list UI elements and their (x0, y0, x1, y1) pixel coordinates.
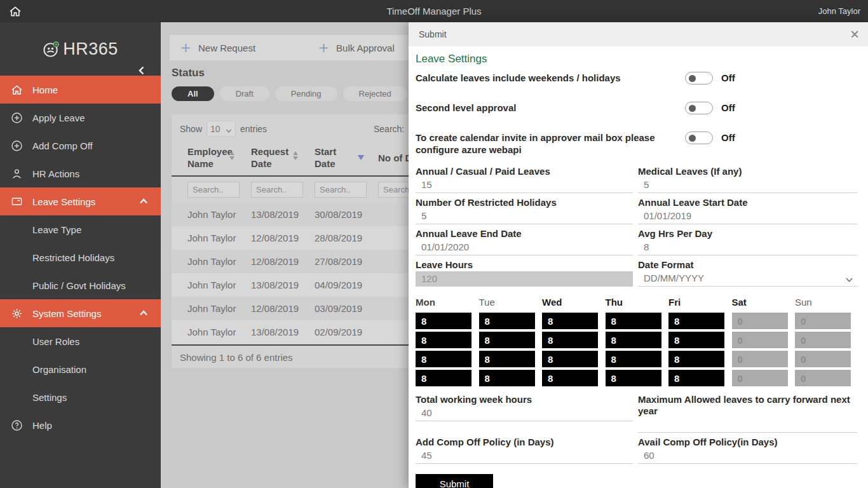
sidebar-item-organisation[interactable]: Organisation (0, 355, 161, 383)
sidebar-item-apply-leave[interactable]: Apply Leave (0, 104, 161, 132)
column-request-date[interactable]: Request Date (251, 140, 315, 175)
sidebar-item-settings[interactable]: Settings (0, 383, 161, 411)
start-date-search-input[interactable] (315, 182, 367, 198)
cell-start-date: 03/09/2019 (315, 303, 378, 314)
leave-end-date-input[interactable] (416, 240, 633, 255)
submit-button[interactable]: Submit (416, 474, 493, 488)
week-hours-input[interactable] (668, 332, 724, 348)
weekends-toggle[interactable] (685, 72, 713, 85)
week-hours-input[interactable] (416, 332, 471, 348)
field-leave-end-date: Annual Leave End Date (416, 228, 633, 255)
week-hours-input[interactable] (542, 351, 598, 367)
weekend-hours-input (732, 313, 788, 329)
toggle-label: Second level approval (416, 102, 685, 114)
week-hours-input[interactable] (416, 313, 471, 329)
total-week-hours-input[interactable] (416, 406, 633, 421)
filter-rejected[interactable]: Rejected (343, 86, 407, 101)
column-label: Request Date (251, 146, 295, 170)
weekend-hours-input (732, 332, 788, 348)
week-hours-input[interactable] (668, 351, 724, 367)
restricted-holidays-input[interactable] (416, 209, 633, 224)
home-icon (11, 84, 23, 96)
weekday-headers: Mon Tue Wed Thu Fri Sat Sun (416, 297, 857, 308)
employee-name-search-input[interactable] (187, 182, 240, 198)
home-icon[interactable] (9, 5, 22, 18)
field-label: Annual Leave Start Date (638, 197, 857, 208)
filter-pending[interactable]: Pending (275, 86, 337, 101)
sidebar-item-home[interactable]: Home (0, 76, 161, 104)
chevron-up-icon[interactable] (139, 309, 148, 318)
date-format-value[interactable] (638, 271, 857, 287)
week-hours-input[interactable] (606, 313, 661, 329)
max-carry-forward-input[interactable] (638, 417, 857, 433)
entries-select[interactable]: 10 (207, 121, 236, 137)
panel-header: Submit × (409, 22, 868, 46)
sidebar-collapse-icon[interactable] (137, 65, 147, 76)
week-hours-input[interactable] (542, 370, 598, 386)
field-label: Number Of Restricted Holidays (416, 197, 633, 208)
sidebar-item-restricted-holidays[interactable]: Restricted Holidays (0, 243, 161, 271)
filter-draft[interactable]: Draft (220, 86, 269, 101)
status-heading: Status (172, 67, 205, 79)
week-hours-input[interactable] (606, 332, 661, 348)
field-restricted-holidays: Number Of Restricted Holidays (416, 197, 633, 224)
new-request-button[interactable]: New Request (181, 43, 255, 53)
filter-all[interactable]: All (172, 86, 214, 101)
field-label: Avg Hrs Per Day (638, 228, 857, 240)
avail-comp-off-input[interactable] (638, 449, 857, 464)
request-date-search-input[interactable] (251, 182, 303, 198)
close-icon[interactable]: × (850, 27, 859, 42)
cell-employee-name: John Taylor (187, 256, 251, 267)
user-name[interactable]: John Taylor (818, 6, 860, 16)
avg-hrs-input[interactable] (638, 240, 857, 255)
cell-request-date: 12/08/2019 (251, 233, 315, 243)
week-hours-input[interactable] (416, 351, 471, 367)
calendar-invite-toggle[interactable] (685, 132, 713, 144)
cell-employee-name: John Taylor (187, 327, 251, 337)
cell-start-date: 02/09/2019 (315, 327, 378, 337)
weekday-label: Fri (668, 297, 732, 308)
column-start-date[interactable]: Start Date (315, 140, 378, 175)
sidebar-item-public-govt-holidays[interactable]: Public / Govt Holidays (0, 271, 161, 299)
date-format-select[interactable] (638, 271, 857, 287)
sidebar-item-label: Apply Leave (32, 112, 85, 123)
week-hours-input[interactable] (668, 313, 724, 329)
entries-select-value: 10 (210, 124, 220, 134)
sidebar-item-user-roles[interactable]: User Roles (0, 327, 161, 355)
new-request-label: New Request (198, 43, 255, 53)
week-hours-input[interactable] (542, 313, 598, 329)
sidebar-item-help[interactable]: Help (0, 411, 161, 439)
sidebar-item-system-settings[interactable]: System Settings (0, 299, 161, 327)
sidebar-item-add-comp-off[interactable]: Add Comp Off (0, 132, 161, 159)
leave-start-date-input[interactable] (638, 209, 857, 224)
second-level-approval-toggle[interactable] (685, 102, 713, 114)
weekday-label: Sun (795, 297, 858, 308)
column-label: Employee Name (187, 146, 233, 170)
add-comp-off-input[interactable] (416, 449, 633, 464)
toggle-knob (689, 75, 696, 82)
sidebar-item-label: Help (32, 420, 52, 431)
annual-leaves-input[interactable] (416, 178, 633, 193)
leave-settings-panel: Submit × Leave Settings Calculate leaves… (409, 22, 868, 488)
cell-employee-name: John Taylor (187, 280, 251, 290)
week-hours-input[interactable] (416, 370, 471, 386)
sidebar-item-hr-actions[interactable]: HR Actions (0, 159, 161, 187)
week-hours-input[interactable] (606, 370, 661, 386)
week-hours-input[interactable] (606, 351, 661, 367)
logo: HR365 (0, 22, 161, 76)
cell-employee-name: John Taylor (187, 303, 251, 314)
week-hours-input[interactable] (479, 313, 535, 329)
sidebar-item-leave-type[interactable]: Leave Type (0, 215, 161, 243)
week-hours-input[interactable] (479, 332, 535, 348)
week-hours-input[interactable] (479, 351, 535, 367)
week-hours-input[interactable] (542, 332, 598, 348)
sidebar-item-label: Leave Settings (32, 196, 95, 207)
week-hours-input[interactable] (668, 370, 724, 386)
weekday-label: Tue (479, 297, 543, 308)
sidebar-item-leave-settings[interactable]: Leave Settings (0, 187, 161, 215)
bulk-approval-button[interactable]: Bulk Approval (319, 43, 395, 53)
chevron-up-icon[interactable] (139, 197, 148, 206)
week-hours-input[interactable] (479, 370, 535, 386)
medical-leaves-input[interactable] (638, 178, 857, 193)
column-employee-name[interactable]: Employee Name (187, 140, 251, 175)
